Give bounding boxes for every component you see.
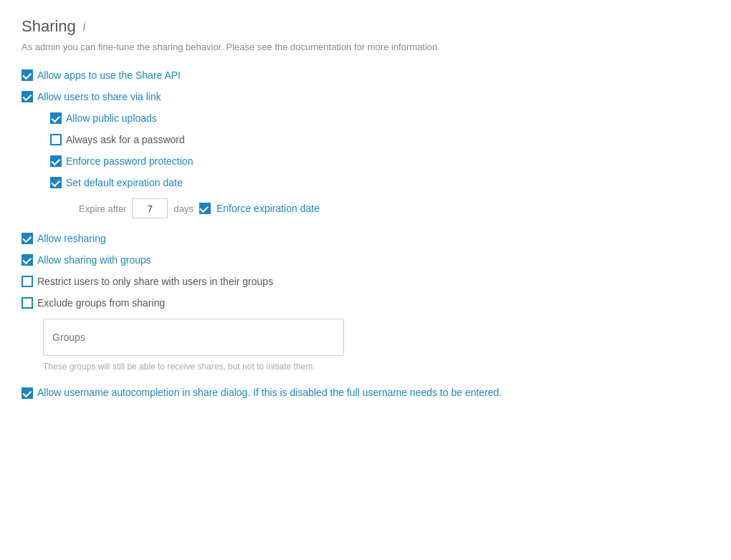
exclude-groups-label: Exclude groups from sharing: [37, 297, 165, 309]
always-ask-password-checkbox[interactable]: [50, 134, 62, 145]
enforce-password-checkbox[interactable]: [50, 155, 62, 167]
info-icon[interactable]: i: [83, 20, 86, 33]
allow-sharing-groups-label: Allow sharing with groups: [37, 254, 151, 266]
always-ask-password-row: Always ask for a password: [50, 134, 710, 145]
allow-sharing-groups-row: Allow sharing with groups: [22, 254, 710, 266]
allow-resharing-row: Allow resharing: [22, 233, 710, 244]
allow-share-api-label: Allow apps to use the Share API: [37, 69, 181, 81]
groups-input-wrap: [43, 319, 344, 356]
allow-sharing-groups-checkbox[interactable]: [22, 254, 33, 266]
set-default-expiration-checkbox[interactable]: [50, 177, 62, 188]
username-autocompletion-checkbox[interactable]: [22, 387, 33, 399]
set-default-expiration-row: Set default expiration date: [50, 177, 710, 188]
enforce-expiration-checkbox[interactable]: [199, 203, 211, 214]
allow-resharing-label: Allow resharing: [37, 233, 106, 244]
restrict-users-checkbox[interactable]: [22, 276, 33, 287]
allow-public-uploads-label: Allow public uploads: [66, 112, 157, 124]
enforce-password-label: Enforce password protection: [66, 155, 193, 167]
restrict-users-row: Restrict users to only share with users …: [22, 276, 710, 287]
expire-after-label: Expire after: [79, 203, 126, 214]
set-default-expiration-label: Set default expiration date: [66, 177, 183, 188]
groups-input[interactable]: [43, 319, 344, 356]
username-autocompletion-label: Allow username autocompletion in share d…: [37, 386, 502, 400]
exclude-groups-row: Exclude groups from sharing: [22, 297, 710, 309]
allow-resharing-checkbox[interactable]: [22, 233, 33, 244]
allow-share-link-row: Allow users to share via link: [22, 91, 710, 102]
page-subtitle: As admin you can fine-tune the sharing b…: [22, 42, 710, 52]
groups-hint: These groups will still be able to recei…: [43, 362, 710, 372]
always-ask-password-label: Always ask for a password: [66, 134, 185, 145]
expire-after-input[interactable]: [132, 198, 168, 218]
username-autocompletion-row: Allow username autocompletion in share d…: [22, 386, 710, 400]
enforce-expiration-label: Enforce expiration date: [216, 203, 320, 214]
allow-share-link-label: Allow users to share via link: [37, 91, 161, 102]
days-label: days: [173, 203, 193, 214]
allow-share-link-checkbox[interactable]: [22, 91, 33, 102]
allow-public-uploads-checkbox[interactable]: [50, 112, 62, 124]
restrict-users-label: Restrict users to only share with users …: [37, 276, 273, 287]
exclude-groups-checkbox[interactable]: [22, 297, 33, 309]
enforce-password-row: Enforce password protection: [50, 155, 710, 167]
allow-public-uploads-row: Allow public uploads: [50, 112, 710, 124]
page-title: Sharing: [22, 17, 76, 36]
allow-share-api-row: Allow apps to use the Share API: [22, 69, 710, 81]
allow-share-api-checkbox[interactable]: [22, 69, 33, 81]
expire-after-row: Expire after days Enforce expiration dat…: [79, 198, 710, 218]
